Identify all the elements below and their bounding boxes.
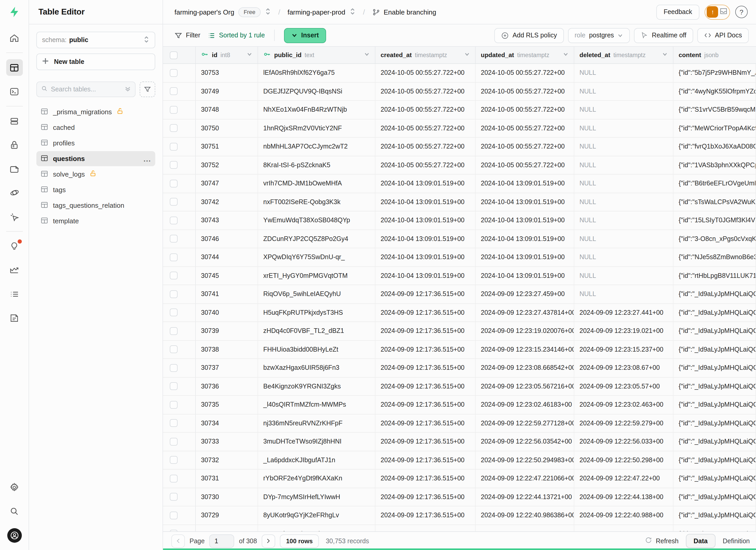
row-checkbox[interactable] [170,143,178,151]
cell-created[interactable]: 2024-09-09 12:17:36.515+00 [375,451,476,469]
sidebar-table-item[interactable]: cached [36,120,155,135]
cell-id[interactable]: 30750 [196,119,258,137]
cell-id[interactable]: 30747 [196,175,258,192]
cell-created[interactable]: 2024-10-04 13:09:01.519+00 [375,267,476,285]
cell-content[interactable]: {"id":"3-O8cn_xPgs0cVxqKE [673,230,756,248]
cell-deleted[interactable]: NULL [574,119,673,137]
warning-notification-button[interactable] [705,4,730,19]
cell-created[interactable]: 2024-10-05 00:55:27.722+00 [375,138,476,156]
enable-branching-button[interactable]: Enable branching [372,8,436,16]
cell-public[interactable]: rYbORF2e4YgDt9fKAXaKn [258,469,375,487]
cell-id[interactable]: 30751 [196,138,258,156]
cell-public[interactable]: 0L5BAfDaLDl5rQOiqeKPO [258,525,375,531]
cell-updated[interactable]: 2024-09-09 12:22:44.13721+00 [476,488,574,506]
cell-content[interactable]: {"id":"_Id9aLyJpMHQLaiQC [673,396,756,414]
sidebar-table-item[interactable]: _prisma_migrations [36,104,155,119]
cell-updated[interactable]: 2024-09-09 12:22:37.955419+00 [476,525,574,531]
cell-deleted[interactable]: NULL [574,248,673,266]
home-icon[interactable] [6,30,23,46]
sidebar-table-item[interactable]: profiles [36,136,155,151]
cell-content[interactable]: {"id":"5b7j5Pz9WHBNmY_A [673,64,756,82]
cell-updated[interactable]: 2024-10-04 13:09:01.519+00 [476,211,574,229]
cell-created[interactable]: 2024-10-05 00:55:27.722+00 [375,82,476,100]
sidebar-table-item[interactable]: tags_questions_relation [36,198,155,213]
cell-content[interactable]: {"id":"_Id9aLyJpMHQLaiQC [673,451,756,469]
cell-id[interactable]: 30736 [196,377,258,395]
cell-id[interactable]: 30752 [196,156,258,174]
cell-updated[interactable]: 2024-10-05 00:55:27.722+00 [476,119,574,137]
cell-id[interactable]: 30741 [196,285,258,303]
row-checkbox[interactable] [170,419,178,427]
cell-content[interactable]: {"id":"4wyNgK55lOfrpmYZc [673,82,756,100]
cell-public[interactable]: vrIh7CMD-JtM1bOweMHfA [258,175,375,192]
cell-content[interactable]: {"id":"MeWCriorTPopA4Kc9 [673,119,756,137]
cell-created[interactable]: 2024-09-09 12:17:36.515+00 [375,488,476,506]
row-checkbox[interactable] [170,438,178,446]
cell-content[interactable]: {"id":"_Id9aLyJpMHQLaiQC [673,469,756,487]
cell-public[interactable]: nj336mN5reuRVNZrKHFpF [258,414,375,432]
cell-public[interactable]: nxFT002ISeRE-Qobg3K3k [258,193,375,211]
row-checkbox[interactable] [170,512,178,519]
cell-updated[interactable]: 2024-10-05 00:55:27.722+00 [476,82,574,100]
sort-button[interactable]: Sorted by 1 rule [208,31,265,39]
auth-icon[interactable] [6,137,23,153]
user-avatar[interactable] [7,528,22,543]
cell-created[interactable]: 2024-09-09 12:17:36.515+00 [375,433,476,451]
row-checkbox[interactable] [170,346,178,353]
cell-updated[interactable]: 2024-09-09 12:23:02.46183+00 [476,396,574,414]
cell-public[interactable]: FHHUioa3bidd00BHyLeZt [258,340,375,358]
cell-updated[interactable]: 2024-10-04 13:09:01.519+00 [476,175,574,192]
row-checkbox[interactable] [170,161,178,169]
cell-public[interactable]: 8yUKotr9qGYjK2eFRhgLv [258,506,375,524]
cell-created[interactable]: 2024-10-04 13:09:01.519+00 [375,175,476,192]
row-checkbox[interactable] [170,272,178,280]
cell-id[interactable]: 30739 [196,322,258,340]
plan-badge[interactable]: Free [238,7,260,17]
cell-id[interactable]: 30745 [196,267,258,285]
cell-updated[interactable]: 2024-10-04 13:09:01.519+00 [476,267,574,285]
cell-updated[interactable]: 2024-10-05 00:55:27.722+00 [476,156,574,174]
cell-id[interactable]: 30733 [196,433,258,451]
row-checkbox[interactable] [170,309,178,317]
cell-id[interactable]: 30749 [196,82,258,100]
lightbulb-icon[interactable] [6,238,23,254]
cell-deleted[interactable]: NULL [574,138,673,156]
table-editor-icon[interactable] [6,59,23,76]
cell-updated[interactable]: 2024-09-09 12:23:08.668542+00 [476,359,574,377]
column-header-content[interactable]: contentjsonb [673,47,756,63]
cell-created[interactable]: 2024-10-05 00:55:27.722+00 [375,101,476,119]
page-number-input[interactable] [209,534,234,548]
cell-public[interactable]: NhXEo1Xw04FnB4RzWTNjb [258,101,375,119]
table-menu-button[interactable]: ... [144,155,151,163]
filter-button[interactable]: Filter [174,31,200,39]
cell-deleted[interactable]: 2024-09-09 12:22:40.988+00 [574,506,673,524]
cell-deleted[interactable]: NULL [574,211,673,229]
cell-created[interactable]: 2024-10-05 00:55:27.722+00 [375,64,476,82]
column-header-deleted_at[interactable]: deleted_attimestamptz [574,47,673,63]
cell-content[interactable]: {"id":"_Id9aLyJpMHQLaiQC [673,304,756,321]
cell-content[interactable]: {"id":"_Id9aLyJpMHQLaiQC [673,359,756,377]
org-breadcrumb[interactable]: farming-paper's Org [174,8,234,16]
role-select[interactable]: role postgres [568,28,630,43]
tab-data[interactable]: Data [686,534,715,548]
cell-deleted[interactable]: NULL [574,230,673,248]
row-checkbox[interactable] [170,69,178,77]
cell-public[interactable]: 3muDHTceTWso9IZj8hHNI [258,433,375,451]
cell-created[interactable]: 2024-09-09 12:17:36.515+00 [375,525,476,531]
cell-deleted[interactable]: NULL [574,82,673,100]
row-checkbox[interactable] [170,493,178,501]
row-checkbox[interactable] [170,290,178,298]
cell-content[interactable]: {"id":"_Id9aLyJpMHQLaiQC [673,525,756,531]
cell-content[interactable]: {"id":"rtHbLpgB8V11LUK7152 [673,267,756,285]
cell-deleted[interactable]: 2024-09-09 12:23:02.463+00 [574,396,673,414]
cell-content[interactable]: {"id":"S1vrVC5BrB59wqcM4 [673,101,756,119]
cell-content[interactable]: {"id":"B6tr6eEFLrOVgeUmH [673,175,756,192]
cell-deleted[interactable]: 2024-09-09 12:22:37.958+00 [574,525,673,531]
sidebar-table-item[interactable]: template [36,213,155,229]
cell-content[interactable]: {"id":"sTsWaLCPsVA2WuK2 [673,193,756,211]
column-header-public_id[interactable]: public_idtext [258,47,375,63]
cell-updated[interactable]: 2024-09-09 12:22:59.277128+00 [476,414,574,432]
settings-gear-icon[interactable] [6,479,23,495]
cell-public[interactable]: ZDCunRYJP2CQ5Z8Po2Gy4 [258,230,375,248]
cell-id[interactable]: 30748 [196,101,258,119]
